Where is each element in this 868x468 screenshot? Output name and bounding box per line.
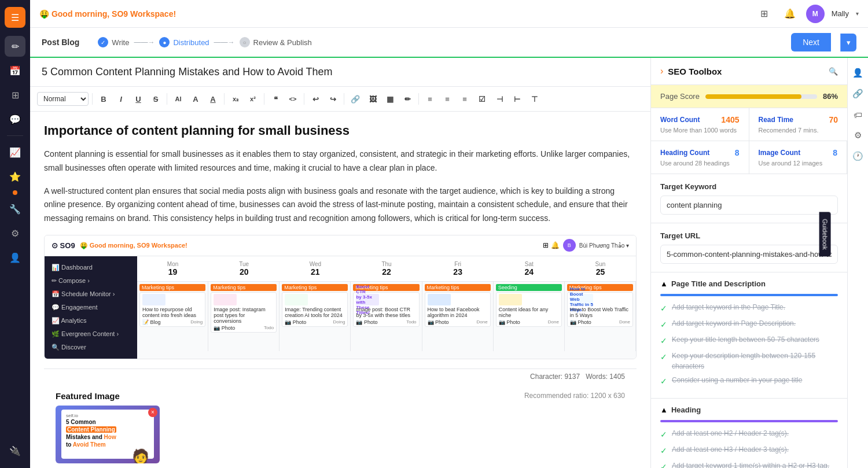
subscript-button[interactable]: x₂ — [228, 91, 243, 106]
check-text-8: Add target keyword 1 time(s) within a H2… — [672, 460, 829, 468]
bold-button[interactable]: B — [96, 91, 111, 106]
main-content: 🤑 Good morning, SO9 Workspace! ⊞ 🔔 M Mal… — [30, 0, 868, 468]
tool-icon[interactable]: 🔧 — [5, 198, 25, 219]
next-chevron-button[interactable]: ▾ — [840, 34, 856, 51]
list-check-button[interactable]: ☑ — [475, 91, 490, 106]
right-history-icon[interactable]: 🕐 — [850, 148, 866, 164]
featured-highlight-1: Content Planning — [66, 426, 116, 433]
featured-thumb-content: self.io 5 Common Content Planning Mistak… — [61, 410, 154, 459]
username-label[interactable]: Mally — [832, 9, 849, 18]
check-text-7: Add at least one H3 / Header 3 tag(s). — [672, 444, 789, 455]
target-url-input[interactable] — [660, 245, 838, 264]
right-profile-icon[interactable]: 👤 — [850, 65, 866, 81]
step-review: ○ Review & Publish — [240, 37, 312, 47]
style-select[interactable]: Normal Heading 1 Heading 2 — [37, 92, 89, 106]
editor-content[interactable]: Importance of content planning for small… — [30, 112, 650, 468]
edit-icon[interactable]: ✏ — [5, 36, 25, 57]
highlight-button[interactable]: A — [205, 91, 220, 106]
grid-icon[interactable]: ⊞ — [5, 84, 25, 105]
guidebook-tab[interactable]: Guidebook — [819, 212, 830, 256]
clear-format-button[interactable]: ⊤ — [527, 91, 542, 106]
draw-button[interactable]: ✏ — [400, 91, 415, 106]
featured-section: Featured Image Recommended ratio: 1200 x… — [44, 384, 637, 468]
right-tag-icon[interactable]: 🏷 — [850, 106, 866, 123]
page-score-value: 86% — [823, 92, 838, 101]
page-title-header[interactable]: ▲ Page Title and Description — [660, 279, 838, 288]
heading-header[interactable]: ▲ Heading — [660, 406, 838, 414]
featured-avoid: Avoid Them — [73, 441, 106, 448]
target-keyword-section: Target Keyword — [651, 174, 847, 223]
italic-button[interactable]: I — [113, 91, 128, 106]
emb-card-thu: Boost CTRby 3-5x withThese Titles! Image… — [353, 292, 419, 327]
target-keyword-input[interactable] — [660, 196, 838, 215]
code-button[interactable]: <> — [285, 91, 300, 106]
topbar-right: ⊞ 🔔 M Mally ▾ — [755, 5, 859, 23]
chart-icon[interactable]: 📈 — [5, 142, 25, 163]
seo-search-icon[interactable]: 🔍 — [829, 67, 838, 76]
check-icon-2: ✓ — [660, 319, 667, 331]
bell-icon[interactable]: 🔔 — [781, 5, 799, 23]
table-button[interactable]: ▦ — [382, 91, 398, 106]
ai-button[interactable]: AI — [171, 91, 186, 106]
star-icon[interactable]: ⭐ — [5, 166, 25, 187]
outdent-button[interactable]: ⊢ — [509, 91, 524, 106]
toolbar-sep-6 — [344, 93, 344, 105]
emb-sidebar: 📊 Dashboard ✏ Compose › 📅 Schedule Monit… — [45, 256, 137, 359]
superscript-button[interactable]: x² — [245, 91, 260, 106]
undo-button[interactable]: ↩ — [308, 91, 323, 106]
chat-icon[interactable]: 💬 — [5, 109, 25, 130]
featured-brand: self.io — [66, 413, 149, 418]
list-ordered-button[interactable]: ≡ — [457, 91, 472, 106]
list-bullet-button[interactable]: ≡ — [440, 91, 455, 106]
strikethrough-button[interactable]: S — [148, 91, 163, 106]
user-chevron-icon[interactable]: ▾ — [856, 10, 859, 17]
check-icon-4: ✓ — [660, 351, 667, 363]
stat-word-count-value: 1405 — [721, 115, 739, 124]
page-score-bar — [705, 94, 817, 99]
heading-section: ▲ Heading ✓ Add at least one H2 / Header… — [651, 399, 847, 468]
underline-button[interactable]: U — [131, 91, 146, 106]
quote-button[interactable]: ❝ — [268, 91, 283, 106]
emb-col-sat: Seeding Content ideas for any niche 📷 Ph… — [494, 282, 565, 351]
right-settings-icon[interactable]: ⚙ — [850, 127, 866, 143]
seo-chevron-icon[interactable]: › — [660, 66, 663, 76]
article-heading: Importance of content planning for small… — [44, 123, 637, 138]
emb-col-fri: Marketing tips How to beat Facebook algo… — [422, 282, 494, 351]
seo-stats-grid: Word Count 1405 Use More than 1000 words… — [651, 108, 847, 174]
menu-icon[interactable]: ☰ — [5, 7, 25, 28]
content-header: Post Blog ✓ Write ——→ ● Distributed ——→ … — [30, 28, 868, 58]
emb-week-thu: Thu22 — [351, 259, 422, 279]
check-number-title: ✓ Consider using a number in your page t… — [660, 375, 838, 388]
emb-tag-wed: Marketing tips — [282, 284, 348, 291]
workflow-steps: ✓ Write ——→ ● Distributed ——→ ○ Review &… — [98, 37, 311, 47]
redo-button[interactable]: ↪ — [325, 91, 340, 106]
next-button[interactable]: Next — [791, 33, 831, 51]
settings-icon[interactable]: ⚙ — [5, 223, 25, 244]
emb-sidebar-compose: ✏ Compose › — [45, 274, 137, 288]
link-button[interactable]: 🔗 — [348, 91, 363, 106]
featured-close-button[interactable]: × — [148, 408, 157, 417]
toolbar-sep-1 — [92, 93, 93, 105]
apps-icon[interactable]: ⊞ — [755, 5, 774, 23]
featured-title: 5 Common Content Planning Mistakes and H… — [66, 418, 149, 448]
right-link-icon[interactable]: 🔗 — [850, 86, 866, 102]
image-button[interactable]: 🖼 — [365, 91, 380, 106]
step-arrow-1: ——→ — [134, 38, 155, 46]
page-title-collapse-icon: ▲ — [660, 279, 668, 288]
heading-header-left: ▲ Heading — [660, 406, 701, 414]
font-color-button[interactable]: A — [188, 91, 203, 106]
emb-body: 📊 Dashboard ✏ Compose › 📅 Schedule Monit… — [45, 256, 636, 359]
align-button[interactable]: ≡ — [422, 91, 437, 106]
emb-sidebar-discover: 🔍 Discover — [45, 341, 137, 354]
toolbar-sep-7 — [418, 93, 419, 105]
calendar-icon[interactable]: 📅 — [5, 60, 25, 81]
emb-tag-sat: Seeding — [496, 284, 562, 291]
avatar[interactable]: M — [806, 5, 825, 23]
article-para-2: A well-structured content plan ensures t… — [44, 185, 637, 226]
article-title[interactable]: 5 Common Content Planning Mistakes and H… — [30, 58, 650, 87]
indent-button[interactable]: ⊣ — [492, 91, 507, 106]
user-icon[interactable]: 👤 — [5, 247, 25, 268]
heading-progress-bar — [660, 420, 838, 422]
plugin-icon[interactable]: 🔌 — [5, 440, 25, 461]
toolbar-sep-3 — [224, 93, 225, 105]
